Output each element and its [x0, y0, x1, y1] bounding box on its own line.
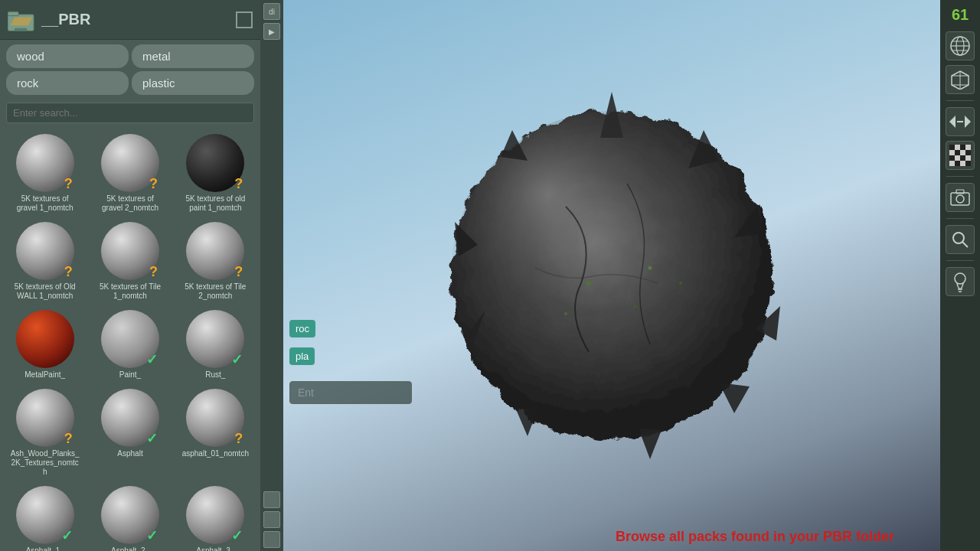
- nav-arrow-button[interactable]: ▶: [263, 23, 280, 40]
- category-rock[interactable]: rock: [6, 71, 129, 95]
- cube-view-button[interactable]: [946, 65, 975, 94]
- svg-marker-30: [949, 116, 956, 128]
- divider: [946, 100, 974, 101]
- nav-arrows-button[interactable]: [946, 107, 975, 136]
- search-button[interactable]: [946, 225, 975, 254]
- category-plastic[interactable]: plastic: [132, 71, 254, 95]
- material-label: 5K textures of Tile 1_nomtch: [96, 282, 165, 301]
- left-panel: __PBR wood metal rock plastic ? 5K textu…: [0, 0, 260, 551]
- material-label: Rust_: [205, 370, 225, 380]
- material-sphere: ?: [16, 389, 74, 447]
- badge-question: ?: [149, 177, 158, 191]
- tag-pla[interactable]: pla: [289, 347, 315, 365]
- svg-point-38: [955, 273, 965, 284]
- material-label: Asphalt: [117, 449, 142, 458]
- badge-check: ✓: [146, 353, 158, 367]
- folder-icon: [8, 6, 35, 34]
- list-item[interactable]: ✓ Asphalt_1_: [3, 481, 87, 551]
- badge-question: ?: [234, 432, 243, 445]
- material-sphere: ?: [186, 134, 244, 192]
- nav-di-button[interactable]: di: [263, 3, 280, 20]
- svg-point-19: [564, 312, 567, 315]
- material-sphere: ✓: [101, 310, 159, 368]
- material-label: Paint_: [119, 370, 141, 380]
- divider: [946, 260, 974, 261]
- light-button[interactable]: [946, 267, 975, 296]
- list-item[interactable]: ✓ Asphalt: [88, 384, 172, 480]
- material-label: asphalt_01_nomtch: [182, 449, 249, 458]
- material-sphere: ✓: [101, 486, 159, 544]
- category-wood[interactable]: wood: [6, 44, 129, 68]
- svg-point-18: [648, 266, 652, 270]
- checker-icon: [949, 145, 971, 166]
- svg-point-16: [586, 281, 591, 285]
- badge-check: ✓: [146, 432, 158, 445]
- material-sphere: ?: [101, 134, 159, 192]
- category-buttons: wood metal rock plastic: [0, 40, 260, 99]
- list-item[interactable]: ? 5K textures of Tile 1_nomtch: [88, 217, 172, 304]
- list-item[interactable]: ? 5K textures of gravel 2_nomtch: [88, 129, 172, 216]
- badge-question: ?: [234, 265, 243, 279]
- material-label: Ash_Wood_Planks_2K_Textures_nomtch: [11, 449, 80, 477]
- list-item[interactable]: ✓ Rust_: [174, 305, 257, 383]
- svg-rect-3: [15, 28, 27, 31]
- material-label: 5K textures of Tile 2_nomtch: [181, 282, 250, 301]
- material-sphere: [16, 310, 74, 368]
- list-item[interactable]: ? asphalt_01_nomtch: [174, 384, 257, 480]
- svg-point-34: [956, 195, 964, 203]
- list-item[interactable]: ? 5K textures of old paint 1_nomtch: [174, 129, 257, 216]
- badge-check: ✓: [231, 353, 243, 367]
- svg-marker-10: [719, 383, 750, 413]
- scroll-indicator-1[interactable]: [263, 491, 280, 508]
- badge-question: ?: [64, 265, 73, 279]
- material-label: Asphalt_3_: [196, 546, 234, 551]
- material-label: MetalPaint_: [24, 370, 65, 380]
- material-label: 5K textures of gravel 2_nomtch: [96, 194, 165, 213]
- material-sphere: ✓: [16, 486, 74, 544]
- window-icon[interactable]: [236, 11, 253, 28]
- scroll-indicator-2[interactable]: [263, 511, 280, 528]
- svg-rect-1: [8, 11, 18, 15]
- list-item[interactable]: ✓ Asphalt_3_: [174, 481, 257, 551]
- list-item[interactable]: ✓ Asphalt_2_: [88, 481, 172, 551]
- scroll-indicator-3[interactable]: [263, 531, 280, 548]
- list-item[interactable]: MetalPaint_: [3, 305, 87, 383]
- material-label: 5K textures of old paint 1_nomtch: [181, 194, 250, 213]
- tag-rock[interactable]: roc: [289, 320, 315, 337]
- svg-marker-11: [639, 429, 662, 459]
- viewport-search-bar[interactable]: Ent: [289, 381, 412, 404]
- viewport: roc pla Ent Browse all packs found in yo…: [283, 0, 940, 551]
- divider: [946, 218, 974, 219]
- camera-button[interactable]: [946, 183, 975, 212]
- material-sphere: ✓: [186, 486, 244, 544]
- globe-view-button[interactable]: [946, 31, 975, 60]
- badge-question: ?: [64, 177, 73, 191]
- middle-column: di ▶: [260, 0, 283, 551]
- list-item[interactable]: ? 5K textures of gravel 1_nomtch: [3, 129, 87, 216]
- badge-question: ?: [64, 432, 73, 445]
- list-item[interactable]: ✓ Paint_: [88, 305, 172, 383]
- bottom-message: Browse all packs found in your PBR folde…: [283, 529, 940, 545]
- frame-counter: 61: [952, 6, 969, 24]
- svg-marker-12: [516, 406, 539, 436]
- search-row: [0, 99, 260, 126]
- material-sphere: ?: [16, 222, 74, 280]
- panel-title: __PBR: [41, 11, 236, 28]
- checkerboard-button[interactable]: [946, 141, 975, 170]
- badge-question: ?: [149, 265, 158, 279]
- list-item[interactable]: ? 5K textures of Tile 2_nomtch: [174, 217, 257, 304]
- divider: [946, 176, 974, 177]
- panel-header: __PBR: [0, 0, 260, 40]
- list-item[interactable]: ? 5K textures of Old WALL 1_nomtch: [3, 217, 87, 304]
- material-sphere: ?: [16, 134, 74, 192]
- material-grid-container[interactable]: ? 5K textures of gravel 1_nomtch ? 5K te…: [0, 126, 260, 551]
- list-item[interactable]: ? Ash_Wood_Planks_2K_Textures_nomtch: [3, 384, 87, 480]
- material-sphere: ?: [186, 222, 244, 280]
- category-metal[interactable]: metal: [132, 44, 254, 68]
- rock-object: [413, 69, 811, 482]
- search-input[interactable]: [6, 103, 254, 123]
- material-sphere: ?: [101, 222, 159, 280]
- material-grid: ? 5K textures of gravel 1_nomtch ? 5K te…: [3, 129, 257, 551]
- badge-check: ✓: [231, 529, 243, 543]
- badge-check: ✓: [61, 529, 73, 543]
